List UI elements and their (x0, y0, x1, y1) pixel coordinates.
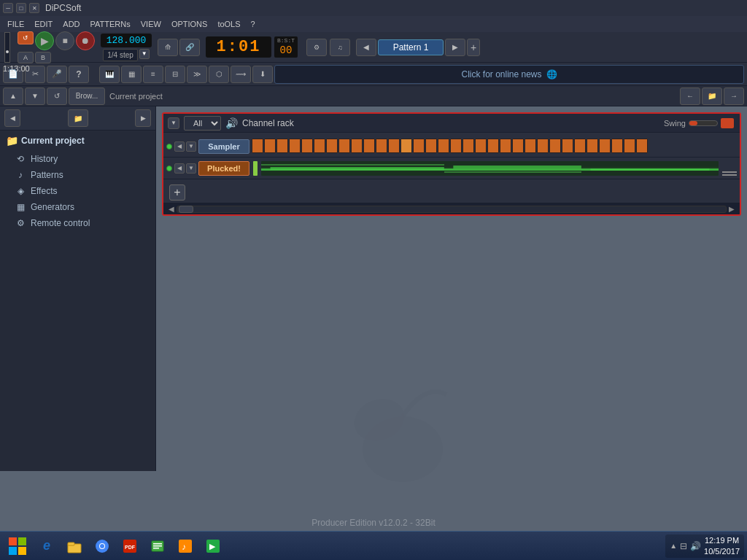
plucked-mute-btn[interactable]: ◀ (174, 163, 185, 174)
plucked-led[interactable] (166, 166, 172, 171)
mic-button[interactable]: 🎤 (47, 66, 67, 83)
step-btn[interactable] (574, 139, 586, 153)
plugin-button[interactable]: ⬡ (209, 66, 229, 83)
step-btn[interactable] (425, 139, 437, 153)
taskbar-chrome-button[interactable] (89, 534, 115, 558)
menu-patterns[interactable]: PATTERNs (86, 18, 135, 30)
step-btn[interactable] (314, 139, 325, 153)
step-btn[interactable] (289, 139, 301, 153)
link-icon[interactable]: 🔗 (179, 39, 200, 56)
step-btn[interactable] (599, 139, 611, 153)
pattern-add-button[interactable]: + (467, 39, 480, 56)
step-btn[interactable] (276, 139, 288, 153)
play-button[interactable]: ▶ (35, 31, 54, 50)
step-btn[interactable] (525, 139, 536, 153)
step-btn[interactable] (462, 139, 474, 153)
scroll-right-button[interactable]: ▶ (727, 205, 737, 213)
step-btn[interactable] (400, 139, 412, 153)
step-btn[interactable] (363, 139, 375, 153)
sidebar-item-effects[interactable]: ◈ Effects (0, 183, 155, 199)
sidebar-item-patterns[interactable]: ♪ Patterns (0, 167, 155, 183)
step-dropdown[interactable]: ▼ (139, 49, 150, 59)
menu-options[interactable]: OPTIONS (167, 18, 212, 30)
scroll-left-button[interactable]: ◀ (166, 205, 177, 213)
rack-grid-button[interactable] (721, 118, 734, 128)
menu-tools[interactable]: toOLS (213, 18, 244, 30)
news-bar[interactable]: Click for online news 🌐 (274, 65, 744, 84)
plucked-name[interactable]: Plucked! (198, 161, 249, 176)
record-button[interactable]: ⏺ (76, 31, 95, 50)
move-left-button[interactable]: ← (680, 88, 700, 105)
taskbar-files-button[interactable] (144, 534, 171, 558)
taskbar-fl-button[interactable]: ♪ (172, 534, 198, 558)
down-button[interactable]: ▼ (25, 88, 45, 105)
tray-up-icon[interactable]: ▲ (670, 542, 677, 550)
taskbar-ie-button[interactable]: e (34, 534, 60, 558)
tray-volume-icon[interactable]: 🔊 (690, 541, 701, 551)
sidebar-item-remote-control[interactable]: ⚙ Remote control (0, 215, 155, 231)
step-btn[interactable] (326, 139, 338, 153)
step-btn[interactable] (624, 139, 635, 153)
taskbar-pdf-button[interactable]: PDF (117, 534, 143, 558)
step-btn[interactable] (475, 139, 487, 153)
step-btn[interactable] (338, 139, 350, 153)
scroll-track[interactable] (177, 206, 727, 213)
master-volume-knob[interactable] (4, 32, 10, 63)
sampler-solo-btn[interactable]: ▼ (186, 141, 196, 152)
channel-rack-button[interactable]: ▦ (121, 66, 142, 83)
mode-b-button[interactable]: B (35, 52, 51, 63)
browser-button[interactable]: ≫ (187, 66, 207, 83)
sidebar-forward-button[interactable]: ▶ (135, 109, 151, 127)
pattern-display[interactable]: Pattern 1 (378, 39, 444, 55)
step-btn[interactable] (487, 139, 499, 153)
step-btn[interactable] (351, 139, 363, 153)
step-btn[interactable] (388, 139, 400, 153)
step-btn[interactable] (562, 139, 573, 153)
help-button[interactable]: ? (69, 66, 89, 83)
step-btn[interactable] (438, 139, 449, 153)
step-btn[interactable] (413, 139, 425, 153)
close-button[interactable]: ✕ (29, 3, 39, 13)
scroll-thumb[interactable] (179, 206, 193, 213)
up-button[interactable]: ▲ (3, 88, 23, 105)
minimize-button[interactable]: ─ (3, 3, 13, 13)
taskbar-explorer-button[interactable] (61, 534, 88, 558)
swing-knob[interactable] (689, 120, 718, 126)
channel-rack-collapse[interactable]: ▼ (168, 117, 179, 129)
sampler-led[interactable] (166, 144, 172, 149)
sidebar-item-generators[interactable]: ▦ Generators (0, 199, 155, 215)
step-display[interactable]: 1/4 step (103, 49, 138, 61)
loop-button[interactable]: ↺ (18, 31, 34, 44)
step-btn[interactable] (450, 139, 462, 153)
horizontal-scrollbar[interactable]: ◀ ▶ (163, 203, 740, 214)
piano-roll-button[interactable]: 🎹 (99, 66, 120, 83)
menu-add[interactable]: ADD (58, 18, 84, 30)
step-btn[interactable] (500, 139, 511, 153)
sidebar-item-history[interactable]: ⟲ History (0, 151, 155, 167)
playlist-button[interactable]: ≡ (143, 66, 163, 83)
step-btn[interactable] (252, 139, 263, 153)
tempo-display[interactable]: 128.000 (101, 34, 152, 47)
step-btn[interactable] (264, 139, 276, 153)
channel-filter-dropdown[interactable]: All (184, 116, 221, 131)
step-btn[interactable] (636, 139, 648, 153)
pattern-right-button[interactable]: ▶ (445, 39, 465, 56)
move-right-button[interactable]: → (724, 88, 744, 105)
step-btn[interactable] (376, 139, 387, 153)
pattern-left-button[interactable]: ◀ (356, 39, 376, 56)
step-btn[interactable] (512, 139, 524, 153)
step-btn[interactable] (587, 139, 598, 153)
menu-file[interactable]: FILE (3, 18, 28, 30)
mixer-button[interactable]: ⊟ (165, 66, 185, 83)
sidebar-folder-button[interactable]: 📁 (68, 109, 88, 127)
search-refresh-button[interactable]: ↺ (47, 88, 67, 105)
folder-button[interactable]: 📁 (702, 88, 722, 105)
plucked-piano-roll[interactable] (261, 161, 719, 176)
wavetable-button[interactable]: ⟿ (231, 66, 251, 83)
sampler-name[interactable]: Sampler (198, 139, 249, 154)
mode-a-button[interactable]: A (18, 52, 34, 63)
taskbar-dipc-button[interactable]: ▶ (200, 534, 226, 558)
sampler-mute-btn[interactable]: ◀ (174, 141, 185, 152)
add-channel-button[interactable]: + (169, 184, 185, 201)
menu-help[interactable]: ? (247, 18, 260, 30)
